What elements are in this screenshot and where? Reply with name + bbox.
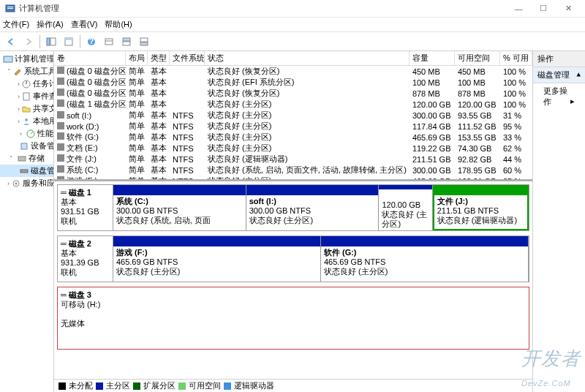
partition-unnamed[interactable]: 120.00 GB 状态良好 (主分区) — [379, 185, 432, 230]
volume-list-header[interactable]: 卷 布局 类型 文件系统 状态 容量 可用空间 % 可用 — [54, 51, 532, 66]
col-type[interactable]: 类型 — [148, 51, 170, 65]
col-volume[interactable]: 卷 — [54, 51, 126, 65]
menu-help[interactable]: 帮助(H) — [105, 19, 132, 30]
partition-i[interactable]: soft (I:) 300.00 GB NTFS 状态良好 (主分区) — [246, 185, 380, 230]
volume-row[interactable]: (磁盘 1 磁盘分区 3)简单基本状态良好 (主分区)120.00 GB120.… — [54, 99, 532, 110]
users-icon — [21, 116, 31, 127]
col-status[interactable]: 状态 — [205, 51, 410, 65]
volume-row[interactable]: 游戏 (F:)简单基本NTFS状态良好 (主分区)465.69 GB162.31… — [54, 176, 532, 181]
svg-point-19 — [25, 118, 28, 121]
actions-header: 操作 — [533, 51, 585, 67]
tools-icon — [12, 67, 23, 77]
svg-rect-6 — [65, 38, 72, 40]
maximize-button[interactable]: ☐ — [531, 1, 556, 17]
main-pane: 卷 布局 类型 文件系统 状态 容量 可用空间 % 可用 (磁盘 0 磁盘分区 … — [54, 51, 533, 392]
forward-button[interactable] — [20, 34, 37, 50]
actions-more[interactable]: 更多操作 ▸ — [533, 83, 585, 110]
legend-primary-label: 主分区 — [106, 380, 130, 391]
menu-action[interactable]: 操作(A) — [37, 19, 64, 30]
volume-row[interactable]: 文档 (E:)简单基本NTFS状态良好 (主分区)119.22 GB74.30 … — [54, 143, 532, 154]
actions-section-diskmgmt[interactable]: 磁盘管理 ▾ — [533, 67, 585, 83]
tree-task-scheduler[interactable]: › 任务计划程序 — [0, 78, 53, 90]
svg-rect-15 — [4, 56, 12, 62]
tree-device-manager[interactable]: 设备管理器 — [0, 140, 53, 152]
col-percent[interactable]: % 可用 — [500, 51, 532, 65]
disk-row-1[interactable]: ═ 磁盘 1 基本 931.51 GB 联机 系统 (C:) 300.00 GB… — [57, 184, 529, 231]
storage-icon — [17, 154, 27, 164]
partition-f[interactable]: 游戏 (F:) 465.69 GB NTFS 状态良好 (主分区) — [113, 236, 321, 282]
col-capacity[interactable]: 容量 — [410, 51, 455, 65]
volume-row[interactable]: 文件 (J:)简单基本NTFS状态良好 (逻辑驱动器)211.51 GB92.8… — [54, 154, 532, 165]
volume-row[interactable]: 系统 (C:)简单基本NTFS状态良好 (系统, 启动, 页面文件, 活动, 故… — [54, 165, 532, 176]
view-bottom-button[interactable] — [136, 34, 152, 50]
volume-list[interactable]: 卷 布局 类型 文件系统 状态 容量 可用空间 % 可用 (磁盘 0 磁盘分区 … — [54, 51, 532, 181]
help-button[interactable]: ? — [83, 34, 99, 50]
collapse-icon[interactable]: ˅ — [7, 68, 11, 75]
window-title: 计算机管理 — [19, 3, 506, 14]
tree-disk-management[interactable]: 磁盘管理 — [0, 165, 53, 177]
svg-rect-13 — [140, 38, 148, 42]
actions-pane: 操作 磁盘管理 ▾ 更多操作 ▸ — [533, 51, 585, 392]
navigation-tree[interactable]: 计算机管理(本地) ˅ 系统工具 › 任务计划程序 › 事件查看器 › 共享文件… — [0, 51, 54, 392]
svg-rect-9 — [105, 39, 113, 45]
partition-header — [113, 185, 246, 195]
svg-text:?: ? — [89, 37, 94, 45]
event-icon — [21, 91, 31, 102]
performance-icon — [26, 129, 36, 139]
partition-j-selected[interactable]: 文件 (J:) 211.51 GB NTFS 状态良好 (逻辑驱动器) — [433, 185, 529, 230]
volume-row[interactable]: (磁盘 0 磁盘分区 1)简单基本状态良好 (恢复分区)450 MB450 MB… — [54, 66, 532, 77]
menu-view[interactable]: 查看(V) — [71, 19, 98, 30]
tree-system-tools[interactable]: ˅ 系统工具 — [0, 65, 53, 78]
disk-1-info[interactable]: ═ 磁盘 1 基本 931.51 GB 联机 — [58, 185, 113, 230]
device-icon — [19, 141, 29, 151]
expand-icon[interactable]: › — [18, 118, 20, 125]
disk-row-3[interactable]: ═ 磁盘 3 可移动 (H:) 无媒体 — [57, 287, 529, 350]
chevron-right-icon: ▸ — [570, 97, 575, 106]
svg-rect-3 — [47, 38, 50, 45]
col-filesystem[interactable]: 文件系统 — [170, 51, 205, 65]
refresh-button[interactable] — [101, 34, 117, 50]
tree-event-viewer[interactable]: › 事件查看器 — [0, 90, 53, 102]
legend-unallocated-swatch — [58, 382, 66, 390]
collapse-icon[interactable]: ˅ — [7, 155, 15, 162]
expand-icon[interactable]: › — [18, 130, 24, 137]
col-free[interactable]: 可用空间 — [455, 51, 500, 65]
expand-icon[interactable]: › — [18, 80, 20, 88]
disk-3-info[interactable]: ═ 磁盘 3 可移动 (H:) 无媒体 — [58, 287, 113, 349]
minimize-button[interactable]: — — [506, 1, 531, 17]
tree-local-users[interactable]: › 本地用户和组 — [0, 115, 53, 127]
expand-icon[interactable]: › — [7, 180, 10, 187]
expand-icon[interactable]: › — [18, 105, 20, 113]
tree-services[interactable]: › 服务和应用程序 — [0, 177, 53, 189]
menu-file[interactable]: 文件(F) — [3, 19, 29, 30]
back-button[interactable] — [3, 34, 19, 50]
legend-free-label: 可用空间 — [189, 380, 221, 391]
disk-row-2[interactable]: ═ 磁盘 2 基本 931.39 GB 联机 游戏 (F:) 465.69 GB… — [57, 235, 529, 282]
chevron-up-icon[interactable]: ▾ — [576, 70, 581, 80]
disk-2-info[interactable]: ═ 磁盘 2 基本 931.39 GB 联机 — [58, 236, 113, 282]
close-button[interactable]: ✕ — [556, 1, 581, 17]
volume-row[interactable]: 软件 (G:)简单基本NTFS状态良好 (主分区)465.69 GB153.55… — [54, 132, 532, 143]
tree-performance[interactable]: › 性能 — [0, 127, 53, 140]
volume-row[interactable]: (磁盘 0 磁盘分区 5)简单基本状态良好 (恢复分区)878 MB878 MB… — [54, 88, 532, 99]
volume-row[interactable]: work (D:)简单基本NTFS状态良好 (主分区)117.84 GB111.… — [54, 121, 532, 132]
tree-root[interactable]: 计算机管理(本地) — [0, 53, 53, 65]
svg-rect-23 — [20, 170, 28, 173]
partition-g[interactable]: 软件 (G:) 465.69 GB NTFS 状态良好 (主分区) — [321, 236, 529, 282]
tree-storage[interactable]: ˅ 存储 — [0, 152, 53, 165]
volume-row[interactable]: (磁盘 0 磁盘分区 2)简单基本状态良好 (EFI 系统分区)100 MB10… — [54, 77, 532, 88]
menu-bar: 文件(F) 操作(A) 查看(V) 帮助(H) — [0, 18, 585, 32]
view-top-button[interactable] — [118, 34, 135, 50]
tree-shared-folders[interactable]: › 共享文件夹 — [0, 102, 53, 115]
show-hide-tree-button[interactable] — [43, 34, 59, 50]
properties-button[interactable] — [61, 34, 77, 50]
expand-icon[interactable]: › — [18, 93, 20, 100]
disk-map[interactable]: ═ 磁盘 1 基本 931.51 GB 联机 系统 (C:) 300.00 GB… — [54, 181, 532, 379]
col-layout[interactable]: 布局 — [126, 51, 148, 65]
partition-c[interactable]: 系统 (C:) 300.00 GB NTFS 状态良好 (系统, 启动, 页面 — [113, 185, 246, 230]
volume-row[interactable]: soft (I:)简单基本NTFS状态良好 (主分区)300.00 GB93.5… — [54, 110, 532, 121]
svg-rect-2 — [7, 8, 13, 9]
folder-icon — [21, 104, 31, 114]
content-area: 计算机管理(本地) ˅ 系统工具 › 任务计划程序 › 事件查看器 › 共享文件… — [0, 51, 585, 392]
svg-rect-4 — [50, 38, 56, 45]
